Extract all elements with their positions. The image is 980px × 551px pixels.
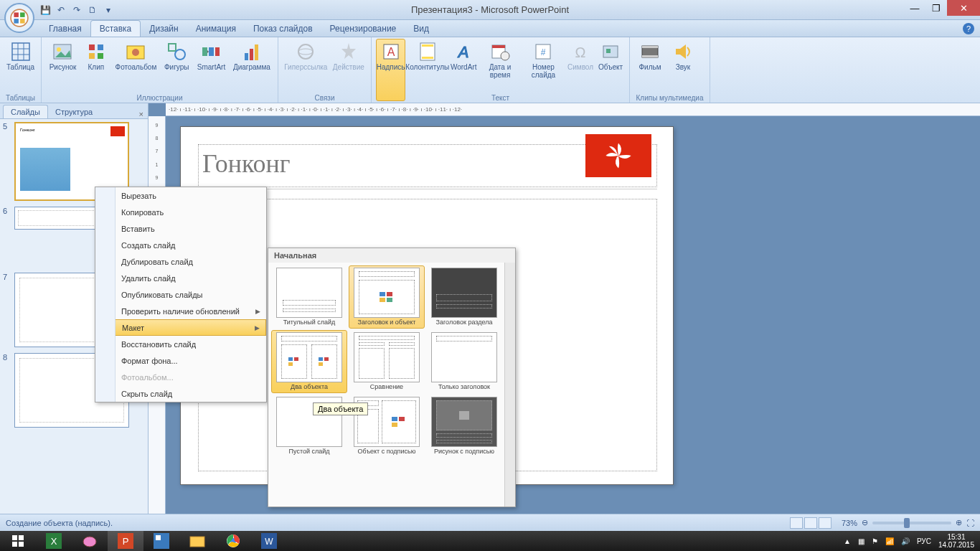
- tab-home[interactable]: Главная: [40, 21, 90, 37]
- clip-button[interactable]: Клип: [81, 39, 111, 101]
- ctx-hide[interactable]: ▭Скрыть слайд: [95, 385, 266, 402]
- table-button[interactable]: Таблица: [4, 39, 37, 101]
- quick-access-toolbar: 💾 ↶ ↷ 🗋 ▾: [39, 0, 115, 19]
- svg-rect-71: [19, 535, 24, 540]
- task-explorer[interactable]: [179, 531, 215, 551]
- svg-rect-15: [89, 53, 95, 59]
- zoom-in-button[interactable]: ⊕: [956, 518, 962, 527]
- ctx-delete[interactable]: Удалить слайд: [95, 270, 266, 286]
- sorter-view-button[interactable]: [804, 517, 817, 529]
- tray-volume-icon[interactable]: 🔊: [901, 537, 910, 545]
- fit-button[interactable]: ⛶: [966, 519, 974, 527]
- layout-two-content[interactable]: Два объекта: [271, 330, 347, 393]
- shapes-button[interactable]: Фигуры: [161, 39, 192, 101]
- task-powerpoint[interactable]: P: [108, 531, 143, 551]
- tray-action-center-icon[interactable]: ▦: [858, 537, 864, 545]
- smartart-button[interactable]: SmartArt: [194, 39, 229, 101]
- datetime-button[interactable]: Дата и время: [479, 39, 521, 101]
- tray-network-icon[interactable]: 📶: [885, 537, 894, 545]
- normal-view-button[interactable]: [790, 517, 803, 529]
- slideshow-view-button[interactable]: [819, 517, 831, 529]
- close-button[interactable]: ✕: [947, 0, 980, 16]
- ctx-publish[interactable]: 📤Опубликовать слайды: [95, 286, 266, 303]
- movie-button[interactable]: Фильм: [634, 39, 666, 101]
- svg-rect-68: [392, 423, 397, 427]
- svg-rect-58: [380, 298, 385, 302]
- start-button[interactable]: [0, 531, 36, 551]
- tab-insert[interactable]: Вставка: [90, 20, 141, 37]
- tab-review[interactable]: Рецензирование: [321, 21, 405, 37]
- object-button[interactable]: Объект: [596, 39, 625, 101]
- repeat-icon[interactable]: 🗋: [86, 4, 99, 17]
- help-icon[interactable]: ?: [963, 23, 974, 34]
- ctx-copy[interactable]: 📄Копировать: [95, 204, 266, 220]
- ctx-duplicate[interactable]: Дублировать слайд: [95, 253, 266, 270]
- hyperlink-button: Гиперссылка: [283, 39, 329, 101]
- undo-icon[interactable]: ↶: [55, 4, 67, 17]
- wordart-button[interactable]: AWordArt: [449, 39, 478, 101]
- task-paint[interactable]: [72, 531, 108, 551]
- svg-text:#: #: [541, 47, 546, 57]
- tray-clock[interactable]: 15:3114.07.2015: [938, 533, 974, 549]
- chart-button[interactable]: Диаграмма: [230, 39, 273, 101]
- gallery-scrollbar[interactable]: [504, 263, 515, 507]
- title-bar: 💾 ↶ ↷ 🗋 ▾ Презентация3 - Microsoft Power…: [0, 0, 980, 20]
- headerfooter-button[interactable]: Колонтитулы: [407, 39, 448, 101]
- picture-button[interactable]: Рисунок: [46, 39, 80, 101]
- svg-rect-3: [14, 19, 19, 24]
- slidenum-button[interactable]: #Номер слайда: [522, 39, 565, 101]
- svg-rect-44: [606, 49, 611, 53]
- svg-point-28: [298, 44, 313, 59]
- layout-section-header[interactable]: Заголовок раздела: [426, 265, 502, 329]
- hyperlink-icon: [294, 40, 317, 63]
- svg-point-76: [83, 537, 96, 547]
- tray-up-icon[interactable]: ▲: [844, 537, 851, 545]
- action-icon: [337, 40, 360, 63]
- panel-close-icon[interactable]: ×: [139, 110, 143, 118]
- layout-title-slide[interactable]: Титульный слайд: [271, 265, 347, 329]
- svg-rect-59: [387, 298, 392, 302]
- minimize-button[interactable]: —: [904, 0, 925, 16]
- tab-design[interactable]: Дизайн: [141, 21, 187, 37]
- svg-rect-62: [288, 362, 293, 366]
- task-app1[interactable]: [143, 531, 179, 551]
- ctx-newslide[interactable]: 🗋Создать слайд: [95, 237, 266, 253]
- slides-tab[interactable]: Слайды: [3, 105, 48, 118]
- tray-flag-icon[interactable]: ⚑: [872, 537, 878, 545]
- sound-button[interactable]: Звук: [667, 39, 699, 101]
- tab-slideshow[interactable]: Показ слайдов: [245, 21, 321, 37]
- save-icon[interactable]: 💾: [39, 4, 52, 17]
- zoom-out-button[interactable]: ⊖: [862, 518, 868, 527]
- layout-gallery: Начальная Титульный слайд Заголовок и об…: [268, 248, 516, 507]
- tab-animation[interactable]: Анимация: [187, 21, 245, 37]
- ctx-reset[interactable]: Восстановить слайд: [95, 336, 266, 352]
- ctx-checkupd[interactable]: Проверить наличие обновлений▶: [95, 303, 266, 319]
- layout-comparison[interactable]: Сравнение: [349, 330, 425, 393]
- layout-title-content[interactable]: Заголовок и объект: [349, 265, 425, 329]
- svg-point-29: [298, 49, 313, 55]
- tray-lang[interactable]: РУС: [917, 537, 931, 545]
- svg-point-18: [132, 49, 139, 56]
- svg-marker-30: [341, 43, 356, 59]
- layout-picture-caption[interactable]: Рисунок с подписью: [426, 395, 502, 458]
- svg-rect-14: [98, 44, 103, 50]
- task-word[interactable]: W: [251, 531, 287, 551]
- zoom-slider[interactable]: [872, 522, 951, 524]
- ctx-layout[interactable]: ▦Макет▶: [95, 319, 266, 336]
- qat-dropdown-icon[interactable]: ▾: [102, 4, 115, 17]
- layout-title-only[interactable]: Только заголовок: [426, 330, 502, 393]
- ctx-formatbg[interactable]: 🎨Формат фона...: [95, 352, 266, 369]
- outline-tab[interactable]: Структура: [48, 105, 100, 118]
- slide-flag[interactable]: [585, 134, 651, 177]
- maximize-button[interactable]: ❐: [925, 0, 947, 16]
- redo-icon[interactable]: ↷: [70, 4, 83, 17]
- textbox-button[interactable]: AНадпись: [376, 39, 405, 101]
- album-button[interactable]: Фотоальбом: [113, 39, 160, 101]
- tab-view[interactable]: Вид: [405, 21, 438, 37]
- task-chrome[interactable]: [215, 531, 251, 551]
- office-button[interactable]: [4, 3, 34, 33]
- ctx-cut[interactable]: ✂Вырезать: [95, 187, 266, 204]
- task-excel[interactable]: X: [36, 531, 72, 551]
- svg-marker-48: [676, 44, 686, 59]
- ctx-paste[interactable]: 📋Вставить: [95, 220, 266, 237]
